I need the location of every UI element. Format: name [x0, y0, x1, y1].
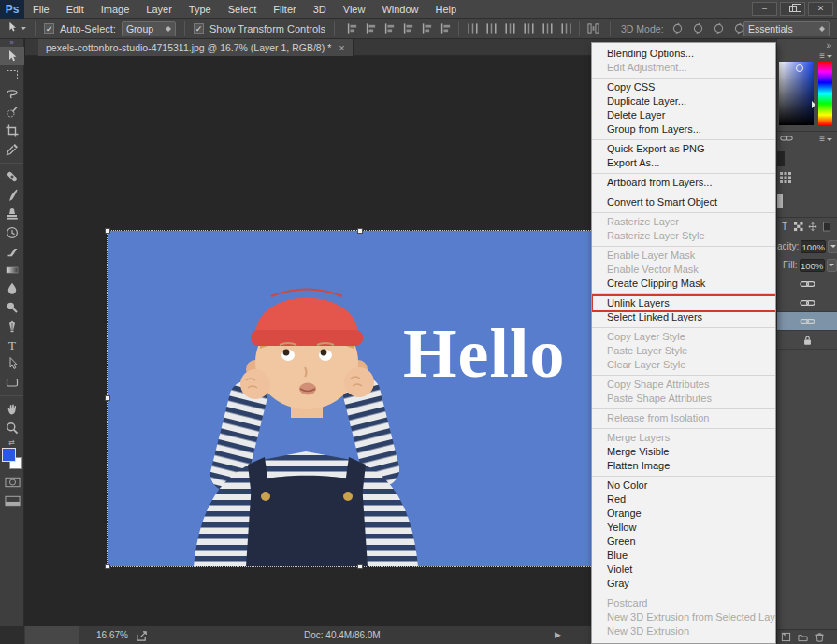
fill-dropdown-icon[interactable] [827, 259, 837, 272]
move-tool[interactable] [0, 47, 24, 65]
type-tool[interactable]: T [0, 336, 24, 354]
align-horizontal-centers-icon[interactable] [418, 21, 435, 36]
distribute-right-edges-icon[interactable] [557, 21, 574, 36]
layer-row[interactable] [777, 312, 837, 331]
group-layers-icon[interactable] [798, 629, 808, 644]
menu-item-merge-visible[interactable]: Merge Visible [592, 445, 775, 459]
menu-item-gray[interactable]: Gray [592, 577, 775, 591]
share-icon[interactable] [136, 629, 148, 644]
brush-tool[interactable] [0, 186, 24, 205]
menubar-item-window[interactable]: Window [373, 0, 426, 19]
screen-mode-icon[interactable] [0, 492, 24, 510]
status-arrow-icon[interactable]: ▶ [555, 630, 561, 639]
spot-healing-brush-tool[interactable] [0, 167, 24, 186]
grid-icon[interactable] [780, 172, 791, 185]
swap-colors-icon[interactable]: ⇄ [0, 437, 23, 447]
align-bottom-edges-icon[interactable] [381, 21, 397, 36]
document-image[interactable]: Hello [108, 231, 613, 566]
history-brush-tool[interactable] [0, 223, 24, 242]
layer-row[interactable] [777, 293, 837, 312]
hue-slider-marker[interactable] [812, 101, 819, 108]
menubar-item-file[interactable]: File [24, 0, 58, 19]
3d-roll-icon[interactable] [690, 21, 707, 36]
quick-mask-icon[interactable] [0, 473, 24, 492]
quick-selection-tool[interactable] [0, 103, 24, 122]
collapse-toolbar-icon[interactable]: » [0, 39, 23, 47]
distribute-left-edges-icon[interactable] [520, 21, 537, 36]
transform-handle[interactable] [105, 228, 110, 234]
menu-item-create-clipping-mask[interactable]: Create Clipping Mask [592, 277, 775, 291]
menubar-item-edit[interactable]: Edit [58, 0, 93, 19]
menubar-item-view[interactable]: View [335, 0, 374, 19]
menu-item-green[interactable]: Green [592, 535, 775, 549]
zoom-tool[interactable] [0, 419, 24, 437]
menu-item-export-as[interactable]: Export As... [592, 156, 775, 170]
distribute-spacing-icon[interactable] [584, 21, 601, 36]
menu-item-unlink-layers[interactable]: Unlink Layers [592, 296, 775, 310]
opacity-value[interactable]: 100% [801, 240, 826, 253]
tool-preset-picker[interactable] [6, 21, 26, 37]
menu-item-convert-to-smart-object[interactable]: Convert to Smart Object [592, 195, 775, 209]
color-picker-hue-bar[interactable] [818, 62, 832, 125]
new-layer-icon[interactable] [781, 629, 791, 644]
menu-item-no-color[interactable]: No Color [592, 479, 775, 493]
tab-close-icon[interactable]: × [339, 42, 344, 53]
menu-item-delete-layer[interactable]: Delete Layer [592, 108, 775, 122]
gradient-tool[interactable] [0, 261, 24, 279]
blur-tool[interactable] [0, 279, 24, 298]
transform-handle[interactable] [357, 228, 363, 234]
menu-item-red[interactable]: Red [592, 493, 775, 507]
3d-drag-icon[interactable] [711, 21, 728, 36]
menu-item-duplicate-layer[interactable]: Duplicate Layer... [592, 94, 775, 108]
eyedropper-tool[interactable] [0, 140, 24, 159]
document-size-info[interactable]: Doc: 40.4M/86.0M [304, 630, 381, 640]
minimize-button[interactable]: – [752, 2, 777, 16]
pen-tool[interactable] [0, 317, 24, 336]
close-button[interactable]: ✕ [808, 2, 833, 16]
menubar-item-3d[interactable]: 3D [305, 0, 335, 19]
menubar-item-type[interactable]: Type [180, 0, 220, 19]
menu-item-select-linked-layers[interactable]: Select Linked Layers [592, 310, 775, 324]
rectangle-tool[interactable] [0, 373, 24, 392]
distribute-top-edges-icon[interactable] [464, 21, 481, 36]
menu-item-blending-options[interactable]: Blending Options... [592, 47, 775, 61]
restore-button[interactable] [780, 2, 805, 16]
zoom-level-field[interactable]: 16.67% [96, 630, 128, 640]
3d-orbit-icon[interactable] [670, 21, 686, 36]
align-left-edges-icon[interactable] [399, 21, 416, 36]
opacity-dropdown-icon[interactable] [828, 240, 837, 253]
delete-layer-icon[interactable] [815, 629, 825, 644]
crop-tool[interactable] [0, 122, 24, 140]
distribute-horizontal-centers-icon[interactable] [539, 21, 556, 36]
menubar-item-image[interactable]: Image [93, 0, 138, 19]
collapse-panels-icon[interactable]: » [826, 41, 831, 50]
menubar-item-layer[interactable]: Layer [137, 0, 180, 19]
panel-menu-icon[interactable]: ≡ [819, 135, 832, 144]
menu-item-group-from-layers[interactable]: Group from Layers... [592, 122, 775, 136]
eraser-tool[interactable] [0, 242, 24, 261]
path-selection-tool[interactable] [0, 354, 24, 373]
menubar-item-select[interactable]: Select [220, 0, 266, 19]
menu-item-copy-css[interactable]: Copy CSS [592, 80, 775, 94]
distribute-vertical-centers-icon[interactable] [483, 21, 499, 36]
workspace-dropdown[interactable]: Essentials [743, 21, 830, 36]
transparency-lock-icon[interactable] [794, 222, 803, 234]
clone-stamp-tool[interactable] [0, 205, 24, 223]
dodge-tool[interactable] [0, 298, 24, 317]
align-top-edges-icon[interactable] [343, 21, 360, 36]
all-lock-icon[interactable] [822, 222, 831, 234]
rectangular-marquee-tool[interactable] [0, 65, 24, 84]
menu-item-flatten-image[interactable]: Flatten Image [592, 459, 775, 473]
menubar-item-help[interactable]: Help [427, 0, 466, 19]
align-right-edges-icon[interactable] [437, 21, 454, 36]
document-tab[interactable]: pexels-cottonbro-studio-4715311.jpg @ 16… [38, 39, 354, 56]
transform-handle[interactable] [105, 395, 110, 401]
show-transform-checkbox[interactable]: ✓ [194, 23, 204, 34]
menu-item-orange[interactable]: Orange [592, 507, 775, 521]
color-picker-saturation-square[interactable] [779, 62, 814, 125]
lasso-tool[interactable] [0, 84, 24, 103]
distribute-bottom-edges-icon[interactable] [501, 21, 518, 36]
hello-text-layer[interactable]: Hello [403, 319, 566, 388]
foreground-color-swatch[interactable] [2, 448, 16, 462]
menu-item-violet[interactable]: Violet [592, 563, 775, 577]
